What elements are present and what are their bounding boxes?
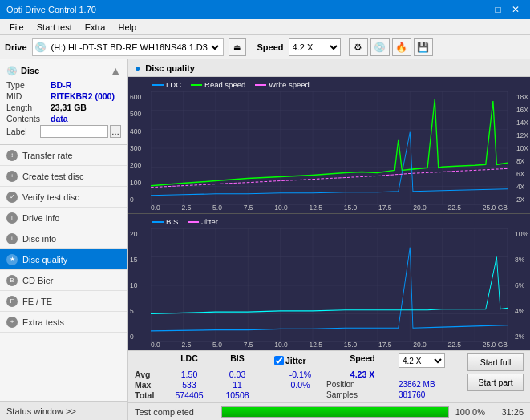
legend-ldc-dot — [152, 84, 164, 86]
disc-header-left: 💿 Disc — [6, 66, 39, 76]
top-chart-legend: LDC Read speed Write speed — [152, 80, 310, 89]
nav-item-verify-test-disc[interactable]: ✓ Verify test disc — [0, 187, 127, 208]
nav-icon-disc-info: i — [6, 233, 18, 244]
stats-max-row: Max 533 11 0.0% Position 23862 MB — [135, 380, 461, 390]
nav-icon-drive-info: i — [6, 212, 18, 224]
legend-jitter: Jitter — [188, 217, 218, 226]
disc-type-label: Type — [6, 80, 51, 90]
top-chart-y-left: 600 500 400 300 200 100 0 — [130, 91, 141, 205]
settings-icon-btn[interactable]: ⚙ — [349, 38, 368, 56]
stats-max-jitter: 0.0% — [274, 380, 326, 390]
disc-label-label: Label — [6, 127, 40, 136]
disc-length-label: Length — [6, 103, 51, 112]
nav-label-drive-info: Drive info — [22, 213, 59, 223]
nav-item-create-test-disc[interactable]: + Create test disc — [0, 166, 127, 187]
chart-header-icon: ● — [135, 63, 140, 74]
progress-percent: 100.0% — [455, 407, 485, 417]
bottom-chart-x-axis: 0.0 2.5 5.0 7.5 10.0 12.5 15.0 17.5 20.0… — [151, 341, 508, 349]
legend-bis: BIS — [152, 217, 178, 226]
disc-mid-value: RITEKBR2 (000) — [51, 91, 115, 101]
burn-icon-btn[interactable]: 🔥 — [392, 38, 411, 56]
disc-type-row: Type BD-R — [6, 80, 121, 90]
disc-icon-btn[interactable]: 💿 — [370, 38, 390, 56]
legend-ldc-label: LDC — [166, 80, 181, 89]
top-chart-y-right: 18X 16X 14X 12X 10X 8X 6X 4X 2X — [516, 91, 528, 205]
stats-grid-container: LDC BIS Jitter Speed 4.2 X — [135, 353, 461, 400]
top-chart-svg — [151, 91, 508, 205]
stats-max-bis: 11 — [213, 380, 261, 390]
stats-avg-bis: 0.03 — [213, 370, 261, 379]
eject-button[interactable]: ⏏ — [229, 38, 246, 56]
bottom-chart-y-right: 10% 8% 6% 4% 2% — [515, 228, 528, 342]
stats-max-label: Max — [135, 380, 165, 390]
maximize-button[interactable]: □ — [490, 3, 506, 16]
legend-write-speed-label: Write speed — [269, 80, 310, 89]
nav-icon-transfer-rate: ↕ — [6, 150, 18, 161]
status-window-button[interactable]: Status window >> — [0, 401, 127, 420]
jitter-checkbox[interactable] — [274, 356, 284, 365]
stats-max-position: 23862 MB — [399, 380, 447, 390]
speed-selector[interactable]: 4.2 X — [289, 38, 341, 56]
progress-bar-fill — [222, 407, 448, 417]
nav-section: ↕ Transfer rate + Create test disc ✓ Ver… — [0, 145, 127, 401]
menu-file[interactable]: File — [3, 21, 30, 34]
disc-expand-icon[interactable]: ▲ — [110, 64, 121, 77]
bottom-chart-y-left: 20 15 10 5 0 — [130, 228, 137, 342]
stats-total-row: Total 574405 10508 Samples 381760 — [135, 390, 461, 400]
disc-header: 💿 Disc ▲ — [6, 64, 121, 77]
menu-start-test[interactable]: Start test — [30, 21, 79, 34]
stats-max-position-label: Position — [326, 380, 399, 390]
legend-jitter-dot — [188, 221, 199, 223]
nav-icon-extra-tests: + — [6, 317, 18, 328]
stats-samples-label: Samples — [326, 390, 399, 400]
stats-avg-jitter: -0.1% — [274, 370, 326, 379]
stats-avg-ldc: 1.50 — [165, 370, 213, 379]
top-chart-x-axis: 0.0 2.5 5.0 7.5 10.0 12.5 15.0 17.5 20.0… — [151, 204, 508, 212]
nav-item-cd-bier[interactable]: B CD Bier — [0, 270, 127, 291]
minimize-button[interactable]: ─ — [472, 3, 488, 16]
stats-header-speed: Speed — [326, 353, 399, 368]
stats-avg-label: Avg — [135, 370, 165, 379]
stats-header-bis: BIS — [213, 353, 261, 368]
chart-header: ● Disc quality — [128, 59, 530, 77]
nav-item-disc-info[interactable]: i Disc info — [0, 228, 127, 249]
stats-total-bis: 10508 — [213, 390, 261, 400]
top-chart: LDC Read speed Write speed — [128, 77, 530, 214]
charts-area: LDC Read speed Write speed — [128, 77, 530, 350]
nav-label-transfer-rate: Transfer rate — [22, 151, 73, 160]
nav-item-drive-info[interactable]: i Drive info — [0, 208, 127, 228]
main-layout: 💿 Disc ▲ Type BD-R MID RITEKBR2 (000) Le… — [0, 59, 530, 420]
disc-length-row: Length 23,31 GB — [6, 103, 121, 112]
stats-header-empty — [135, 353, 165, 368]
stats-speed-select[interactable]: 4.2 X — [399, 353, 445, 368]
nav-item-transfer-rate[interactable]: ↕ Transfer rate — [0, 145, 127, 166]
start-full-button[interactable]: Start full — [467, 353, 524, 371]
drive-label: Drive — [5, 42, 27, 52]
menu-extra[interactable]: Extra — [79, 21, 112, 34]
stats-section: LDC BIS Jitter Speed 4.2 X — [128, 350, 530, 402]
disc-label-edit-button[interactable]: … — [110, 125, 121, 138]
close-button[interactable]: ✕ — [508, 3, 524, 16]
nav-label-disc-quality: Disc quality — [22, 255, 67, 265]
disc-label-input[interactable] — [40, 125, 108, 138]
legend-read-speed-dot — [191, 84, 202, 86]
legend-write-speed-dot — [255, 84, 266, 86]
bottom-chart-svg — [151, 228, 508, 342]
legend-read-speed: Read speed — [191, 80, 245, 89]
nav-item-disc-quality[interactable]: ★ Disc quality — [0, 249, 127, 270]
progress-bar-container — [221, 406, 449, 418]
legend-bis-dot — [152, 221, 164, 223]
nav-item-extra-tests[interactable]: + Extra tests — [0, 312, 127, 333]
start-part-button[interactable]: Start part — [467, 374, 524, 391]
disc-contents-value: data — [51, 114, 68, 123]
disc-type-value: BD-R — [51, 80, 71, 90]
drive-selector[interactable]: (H:) HL-DT-ST BD-RE WH16NS48 1.D3 — [48, 39, 221, 55]
nav-icon-disc-quality: ★ — [6, 254, 18, 265]
stats-header-jitter-cell: Jitter — [274, 353, 326, 368]
nav-icon-verify-test-disc: ✓ — [6, 192, 18, 203]
disc-mid-label: MID — [6, 91, 51, 101]
menu-help[interactable]: Help — [111, 21, 143, 34]
nav-item-fe-te[interactable]: F FE / TE — [0, 291, 127, 312]
save-icon-btn[interactable]: 💾 — [414, 38, 433, 56]
progress-status-text: Test completed — [135, 407, 215, 417]
